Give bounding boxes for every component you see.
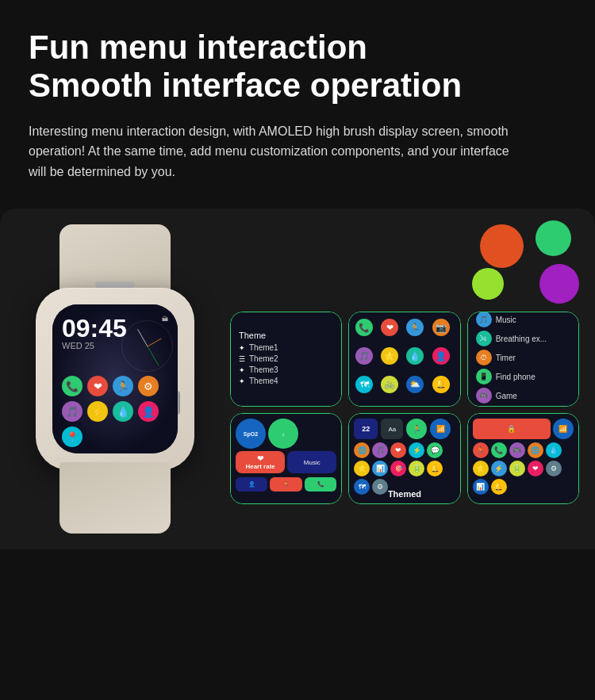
watch-icon-7: 💧	[113, 401, 133, 422]
theme-card: Theme ✦ Theme1 ☰ Theme2 ✦ Theme3	[230, 312, 342, 407]
app-icon-camera: 📷	[432, 319, 450, 336]
app-icon-weather: ⛅	[406, 376, 424, 393]
icon-3-12: 🔔	[491, 479, 507, 495]
app-icons-card: 📞 ❤ 🏃 📷 🎵 ⭐ 💧 👤 🗺 🚲 ⛅ 🔔	[348, 312, 460, 407]
watch-icon-5: 🎵	[62, 401, 83, 422]
bottom-section: 09:45 WED 25 🏔	[0, 208, 595, 549]
bottom-tile-3: 📞	[305, 477, 336, 492]
calendar-tile: 22	[354, 419, 378, 439]
timer-label: Timer	[496, 354, 516, 362]
theme2-icon: ☰	[239, 355, 245, 363]
theme-item-2: ☰ Theme2	[239, 354, 278, 363]
bottom-tile-1: 👤	[236, 477, 267, 492]
app-icon-run: 🏃	[406, 319, 424, 336]
spo2-bottom-row: ❤ Heart rate Music	[236, 451, 336, 473]
feature-game: 🎮 Game	[476, 388, 517, 404]
app-grid-3-icons: 🏃 📞 🎮 🌐 💧 ⭐ ⚡ 🔋 ❤ ⚙ 📊 🔔	[473, 442, 574, 495]
content-area: 09:45 WED 25 🏔	[16, 224, 579, 526]
ui-screenshots-grid: Theme ✦ Theme1 ☰ Theme2 ✦ Theme3	[230, 224, 579, 504]
findphone-icon: 📱	[476, 369, 492, 384]
theme-title: Theme	[239, 331, 266, 340]
watch-wrapper: 09:45 WED 25 🏔	[16, 224, 214, 526]
feature-list-card: 🎵 Music 🌬 Breathing ex... ⏱ Timer 📱	[467, 312, 579, 407]
watch-screen: 09:45 WED 25 🏔	[52, 304, 178, 453]
icon-2-6: ⭐	[354, 461, 370, 476]
watch-icon-8: 👤	[138, 401, 159, 422]
icon-2-9: 🔋	[409, 461, 424, 476]
app-icon-water: 💧	[406, 347, 424, 365]
icon-2-5: 💬	[427, 442, 443, 458]
feature-findphone: 📱 Find phone	[476, 369, 536, 384]
watch-icon-9: 📍	[62, 427, 83, 447]
feature-timer: ⏱ Timer	[476, 350, 516, 365]
icon-2-8: 🎯	[390, 461, 406, 476]
ui-row-1: Theme ✦ Theme1 ☰ Theme2 ✦ Theme3	[230, 312, 579, 407]
app-icons-grid: 📞 ❤ 🏃 📷 🎵 ⭐ 💧 👤 🗺 🚲 ⛅ 🔔	[349, 312, 459, 406]
title-line2: Smooth interface operation	[29, 67, 462, 104]
game-icon: 🎮	[476, 388, 492, 404]
heartrate-tile: ❤ Heart rate	[236, 451, 285, 473]
watch-app-icons: 📞 ❤ 🏃 ⚙ 🎵 ⚡ 💧 👤 📍	[62, 376, 168, 447]
icon-3-5: 💧	[546, 442, 562, 458]
theme1-label: Theme1	[249, 343, 278, 352]
theme1-icon: ✦	[239, 344, 245, 352]
watch-icon-4: ⚙	[138, 376, 159, 396]
feature-list-inner: 🎵 Music 🌬 Breathing ex... ⏱ Timer 📱	[468, 312, 578, 406]
app-grid-inner-3: 🔒 📶 🏃 📞 🎮 🌐 💧 ⭐ ⚡ 🔋 ❤	[468, 414, 578, 503]
icon-3-11: 📊	[473, 479, 489, 495]
music-tile: Music	[287, 451, 336, 473]
watch-icon-6: ⚡	[87, 401, 108, 422]
app-icon-music: 🎵	[355, 347, 373, 365]
watch-icon-2: ❤	[87, 376, 108, 396]
icon-2-11: 🗺	[354, 479, 370, 495]
theme3-label: Theme3	[249, 365, 278, 374]
watch-time: 09:45	[62, 316, 127, 341]
nfc-icon-3: 📶	[553, 419, 574, 439]
icon-3-7: ⚡	[491, 461, 507, 476]
app-icon-map: 🗺	[355, 376, 373, 393]
app-icon-bell: 🔔	[432, 376, 450, 393]
app-icon-heart: ❤	[381, 319, 398, 336]
icon-3-1: 🏃	[473, 442, 489, 458]
music-label: Music	[496, 316, 516, 324]
icon-3-8: 🔋	[509, 461, 525, 476]
app-grid-2-icons: 🌐 🎵 ❤ ⚡ 💬 ⭐ 📊 🎯 🔋 🔔 🗺 ⚙	[354, 442, 455, 495]
app-grid-card-3: 🔒 📶 🏃 📞 🎮 🌐 💧 ⭐ ⚡ 🔋 ❤	[467, 413, 579, 504]
app-icon-bike: 🚲	[381, 376, 398, 393]
theme-item-4: ✦ Theme4	[239, 377, 278, 385]
icon-2-3: ❤	[390, 442, 406, 458]
icon-3-3: 🎮	[509, 442, 525, 458]
watch-icon-3: 🏃	[113, 376, 133, 396]
icon-3-9: ❤	[528, 461, 543, 476]
breathing-icon: 🌬	[476, 331, 492, 346]
app-icon-phone: 📞	[355, 319, 373, 336]
theme4-label: Theme4	[249, 377, 278, 385]
watch-band-bottom	[60, 462, 171, 534]
app-icon-user: 👤	[432, 347, 450, 365]
theme4-icon: ✦	[239, 377, 245, 385]
main-title: Fun menu interaction Smooth interface op…	[29, 29, 566, 105]
spo2-card-inner: SpO2 ♪ ❤ Heart rate Music	[231, 414, 341, 503]
theme-item-3: ✦ Theme3	[239, 365, 278, 374]
icon-2-10: 🔔	[427, 461, 443, 476]
theme-item-1: ✦ Theme1	[239, 343, 278, 352]
top-section: Fun menu interaction Smooth interface op…	[0, 0, 595, 201]
spo2-top-row: SpO2 ♪	[236, 419, 336, 449]
feature-breathing: 🌬 Breathing ex...	[476, 331, 547, 346]
theme2-label: Theme2	[249, 354, 278, 363]
watch-band-top	[60, 224, 171, 296]
breathing-label: Breathing ex...	[496, 335, 547, 343]
ui-row-2: SpO2 ♪ ❤ Heart rate Music	[230, 413, 579, 504]
watch-screen-inner: 09:45 WED 25 🏔	[52, 304, 178, 453]
music-icon: 🎵	[476, 312, 492, 327]
watch-date: WED 25	[62, 341, 127, 350]
icon-2-4: ⚡	[409, 442, 424, 458]
spo2-tile-green: ♪	[268, 419, 298, 449]
spo2-card: SpO2 ♪ ❤ Heart rate Music	[230, 413, 342, 504]
findphone-label: Find phone	[496, 373, 536, 381]
title-line1: Fun menu interaction	[29, 29, 367, 66]
themed-label: Themed	[388, 489, 421, 499]
app-icon-star: ⭐	[381, 347, 398, 365]
nfc-tile: 📶	[430, 419, 451, 439]
icon-2-12: ⚙	[372, 479, 388, 495]
